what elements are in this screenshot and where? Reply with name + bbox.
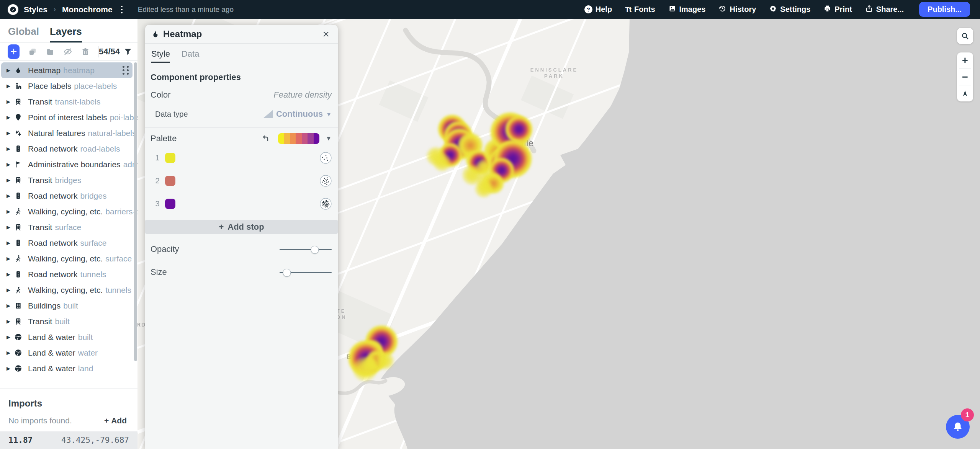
images-icon (668, 5, 676, 15)
expand-caret-icon[interactable]: ▶ (7, 146, 14, 152)
layer-row-built[interactable]: ▶Transitbuilt (1, 313, 133, 329)
zoom-in-button[interactable]: + (957, 52, 973, 69)
heatmap-layer-panel: Heatmap × StyleData Component properties… (145, 25, 338, 449)
layer-id: bridges (55, 176, 81, 185)
expand-caret-icon[interactable]: ▶ (7, 99, 14, 104)
expand-caret-icon[interactable]: ▶ (7, 114, 14, 120)
close-panel-button[interactable]: × (320, 28, 332, 40)
topnav-settings[interactable]: Settings (769, 5, 810, 15)
zoom-level-readout: 11.87 (8, 436, 33, 445)
palette-expand-chevron-icon[interactable]: ▼ (326, 135, 332, 142)
layer-row-barriers-bridges[interactable]: ▶Walking, cycling, etc.barriers-bridges (1, 204, 133, 219)
density-dots-icon[interactable] (320, 152, 332, 164)
panel-tabs: StyleData (145, 44, 338, 63)
layer-row-bridges[interactable]: ▶Transitbridges (1, 172, 133, 188)
expand-caret-icon[interactable]: ▶ (7, 287, 14, 293)
slider-thumb[interactable] (283, 269, 291, 277)
layer-row-built[interactable]: ▶Land & waterbuilt (1, 329, 133, 345)
palette-reverse-button[interactable] (259, 134, 273, 144)
layer-row-admin[interactable]: ▶Administrative boundariesadmin (1, 157, 133, 172)
tab-layers[interactable]: Layers (50, 26, 82, 42)
topnav-share[interactable]: Share... (865, 5, 904, 15)
size-label: Size (151, 267, 167, 277)
expand-caret-icon[interactable]: ▶ (7, 130, 14, 136)
topnav-help[interactable]: ?Help (584, 5, 612, 14)
layer-row-surface[interactable]: ▶Walking, cycling, etc.surface (1, 251, 133, 266)
layer-row-poi-labels[interactable]: ▶Point of interest labelspoi-labels (1, 109, 133, 125)
panel-tab-style[interactable]: Style (151, 49, 170, 63)
group-layers-folder-icon[interactable] (46, 47, 55, 56)
expand-caret-icon[interactable]: ▶ (7, 271, 14, 277)
stop-color-swatch[interactable] (165, 153, 175, 163)
imports-section: Imports No imports found. + Add (0, 389, 137, 426)
add-import-button[interactable]: + Add (102, 416, 129, 426)
expand-caret-icon[interactable]: ▶ (7, 334, 14, 340)
density-dots-icon[interactable] (320, 198, 332, 210)
notifications-button[interactable] (946, 415, 970, 439)
expand-caret-icon[interactable]: ▶ (7, 256, 14, 261)
layer-list-scrollbar[interactable] (134, 62, 137, 384)
publish-button[interactable]: Publish... (919, 2, 970, 17)
duplicate-layer-icon[interactable] (28, 47, 37, 56)
expand-caret-icon[interactable]: ▶ (7, 350, 14, 356)
panel-title: Heatmap (163, 29, 202, 39)
palette-gradient-swatch[interactable] (278, 133, 319, 144)
layer-row-built[interactable]: ▶Buildingsbuilt (1, 298, 133, 313)
expand-caret-icon[interactable]: ▶ (7, 318, 14, 324)
stop-index: 3 (153, 199, 160, 208)
layer-id: natural-labels (88, 129, 136, 138)
layer-row-natural-labels[interactable]: ▶Natural featuresnatural-labels (1, 125, 133, 141)
drag-handle[interactable] (123, 66, 129, 75)
expand-caret-icon[interactable]: ▶ (7, 193, 14, 199)
layer-id: tunnels (105, 286, 131, 295)
layer-row-bridges[interactable]: ▶Road networkbridges (1, 188, 133, 204)
size-slider[interactable] (280, 268, 332, 276)
panel-tab-data[interactable]: Data (182, 49, 199, 63)
layer-row-road-labels[interactable]: ▶Road networkroad-labels (1, 141, 133, 157)
topnav-images[interactable]: Images (668, 5, 706, 15)
stop-color-swatch[interactable] (165, 176, 175, 186)
data-type-select[interactable]: Continuous ▼ (263, 109, 332, 119)
expand-caret-icon[interactable]: ▶ (7, 240, 14, 246)
stop-color-swatch[interactable] (165, 199, 175, 209)
layer-name: Walking, cycling, etc. (28, 286, 103, 295)
layer-row-land[interactable]: ▶Land & waterland (1, 361, 133, 376)
expand-caret-icon[interactable]: ▶ (7, 177, 14, 183)
density-dots-icon[interactable] (320, 175, 332, 187)
layer-row-place-labels[interactable]: ▶Place labelsplace-labels (1, 78, 133, 94)
topnav-print[interactable]: Print (823, 5, 852, 15)
add-stop-button[interactable]: + Add stop (145, 220, 338, 234)
layer-row-tunnels[interactable]: ▶Road networktunnels (1, 266, 133, 282)
layer-row-tunnels[interactable]: ▶Walking, cycling, etc.tunnels (1, 282, 133, 298)
slider-thumb[interactable] (311, 246, 319, 254)
color-row[interactable]: Color Feature density (145, 84, 338, 105)
layer-row-surface[interactable]: ▶Road networksurface (1, 235, 133, 251)
delete-layer-trash-icon[interactable] (81, 47, 90, 56)
expand-caret-icon[interactable]: ▶ (7, 303, 14, 309)
style-overflow-menu-icon[interactable] (121, 6, 123, 13)
expand-caret-icon[interactable]: ▶ (7, 162, 14, 167)
road-icon (14, 239, 24, 247)
topnav-fonts[interactable]: TtFonts (625, 5, 655, 14)
expand-caret-icon[interactable]: ▶ (7, 83, 14, 89)
expand-caret-icon[interactable]: ▶ (7, 366, 14, 371)
expand-caret-icon[interactable]: ▶ (7, 67, 14, 73)
tab-global[interactable]: Global (8, 26, 39, 42)
toggle-visibility-eye-off-icon[interactable] (63, 47, 72, 56)
zoom-out-button[interactable]: − (957, 69, 973, 85)
compass-button[interactable] (957, 85, 973, 101)
layer-row-transit-labels[interactable]: ▶Transittransit-labels (1, 94, 133, 109)
filter-layers-icon[interactable] (124, 47, 132, 56)
breadcrumb-styles[interactable]: Styles (24, 5, 47, 14)
search-button[interactable] (957, 28, 973, 44)
opacity-slider[interactable] (280, 245, 332, 253)
add-layer-button[interactable]: + (8, 44, 20, 59)
mapbox-logo-icon[interactable] (8, 4, 18, 15)
layer-row-water[interactable]: ▶Land & waterwater (1, 345, 133, 361)
topnav-history[interactable]: History (718, 5, 756, 15)
layer-name: Land & water (28, 333, 75, 342)
layer-row-heatmap[interactable]: ▶Heatmapheatmap (1, 62, 133, 78)
expand-caret-icon[interactable]: ▶ (7, 224, 14, 230)
layer-row-surface[interactable]: ▶Transitsurface (1, 219, 133, 235)
expand-caret-icon[interactable]: ▶ (7, 209, 14, 214)
